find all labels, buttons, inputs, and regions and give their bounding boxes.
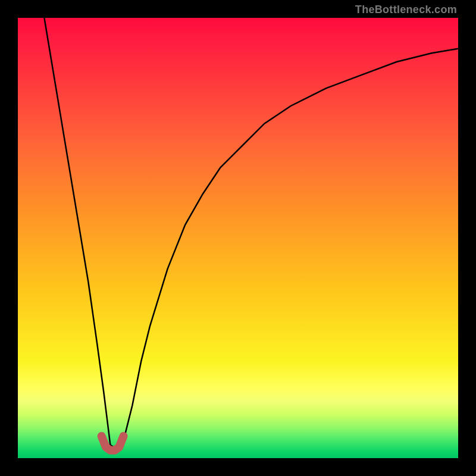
watermark-text: TheBottleneck.com <box>355 4 457 16</box>
plot-area <box>18 18 458 458</box>
bottleneck-curve <box>44 18 458 449</box>
valley-marker <box>102 436 124 450</box>
curve-svg <box>18 18 458 458</box>
